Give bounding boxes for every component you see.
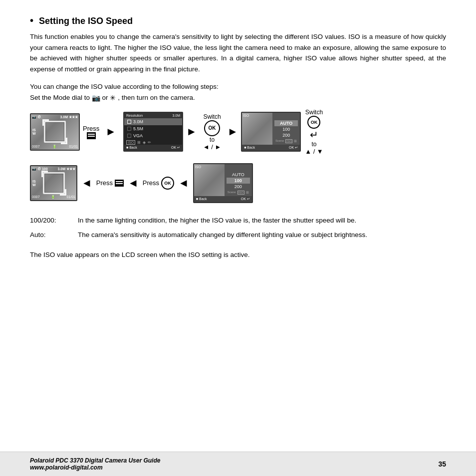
lcd2-top-right: 3.0M ★★★ <box>57 167 75 171</box>
menu-header-right: 3.0M <box>172 114 180 117</box>
ok-button-2[interactable]: OK <box>307 116 320 129</box>
camera-lcd-2: 📷 ⏱ 100 3.0M ★★★ ISW 0007 🔋 01/01 <box>30 165 77 201</box>
menu-bottom: ■ Back OK ↵ <box>124 145 182 151</box>
iso-label: ISO <box>243 114 249 117</box>
steps-line2: Set the Mode dial to <box>30 94 90 101</box>
lcd1-top-right: 3.0M ★★★ <box>60 115 78 119</box>
menu-radio-55m <box>127 127 131 131</box>
arrow-right-3: ► <box>227 125 238 138</box>
iso-icons-2: Scene ISO ⊞ <box>227 191 250 195</box>
iso-opt-200: 200 <box>274 132 298 138</box>
lcd-top-bar-1: 📷 ⏱ 3.0M ★★★ <box>32 115 78 119</box>
nav-ud-arrows: ▲ / ▼ <box>305 148 323 155</box>
lcd-bracket-2 <box>43 172 65 194</box>
lcd1-left: ISW <box>32 128 36 135</box>
def-desc-1: In the same lighting condition, the high… <box>78 215 446 226</box>
menu-item-3m: 3.0M <box>124 118 182 125</box>
lcd2-left: ISW <box>32 180 36 187</box>
iso-icon-iso: ISO <box>285 139 292 143</box>
arrow-right-2: ► <box>186 125 197 138</box>
press-menu-block: Press ► <box>83 125 120 139</box>
menu-label-vga: VGA <box>133 133 143 138</box>
menu-screen: Resolution 3.0M 3.0M 5.5M VGA ISO ⊞ <box>123 112 183 152</box>
switch-to-lr-block: Switch OK to ◄ / ► <box>203 113 222 151</box>
iso-opt-200-2: 200 <box>227 184 250 190</box>
iso-label-2: ISO <box>195 165 201 169</box>
diagram-container: 📷 ⏱ 3.0M ★★★ ISW 0007 🔋 01/01 Press ► <box>30 109 446 203</box>
iso-screen-top: ISO Auto AUTO 100 200 Scene ISO ⊞ ■ Back… <box>241 112 301 152</box>
menu-label-55m: 5.5M <box>133 126 143 131</box>
to-label-1: to <box>210 136 215 143</box>
menu-icon-1 <box>87 132 96 139</box>
iso-opt-auto-2: AUTO <box>227 172 250 178</box>
lcd1-bat: 🔋 <box>52 145 57 149</box>
steps-line2b: or <box>102 94 108 101</box>
camera-icon: 📷 <box>92 92 100 103</box>
menu-icon-grid: ⊞ <box>137 140 141 145</box>
iso-opt-100-2: 100 <box>227 178 250 184</box>
bullet: • <box>30 15 33 26</box>
iso-bottom-bar-2: ■ Back OK ↵ <box>194 196 252 202</box>
footer: Polaroid PDC 3370 Digital Camera User Gu… <box>0 452 476 476</box>
iso-ok: OK ↵ <box>289 146 298 150</box>
iso-back: ■ Back <box>244 146 255 150</box>
iso-icons: Scene ISO ⊞ <box>274 139 298 143</box>
footer-line2: www.polaroid-digital.com <box>30 464 160 471</box>
menu-label-3m: 3.0M <box>133 119 143 124</box>
final-note: The ISO value appears on the LCD screen … <box>30 249 446 260</box>
switch-label-1: Switch <box>203 113 221 120</box>
press-ok-block: Press OK <box>143 177 174 190</box>
def-row-2: Auto: The camera's sensitivity is automa… <box>30 230 446 240</box>
iso-icon-iso-2: ISO <box>238 191 244 195</box>
steps-line2c: , then turn on the camera. <box>118 94 195 101</box>
def-desc-2: The camera's sensitivity is automaticall… <box>78 230 446 240</box>
menu-icon-color: ◈ <box>143 140 146 145</box>
lcd2-bat: 🔋 <box>51 195 55 199</box>
footer-line1: Polaroid PDC 3370 Digital Camera User Gu… <box>30 457 160 464</box>
press-label-1: Press <box>83 125 99 132</box>
iso-screen-bottom: ISO 100 AUTO 100 200 Scene ISO ⊞ ■ Back … <box>193 163 253 203</box>
menu-back: ■ Back <box>126 146 137 150</box>
lcd1-bot-left: 0007 <box>32 145 40 148</box>
ok-button-1[interactable]: OK <box>204 120 220 136</box>
page-content: • Setting the ISO Speed This function en… <box>0 0 476 476</box>
footer-left: Polaroid PDC 3370 Digital Camera User Gu… <box>30 457 160 471</box>
steps-text: You can change the ISO value according t… <box>30 81 446 103</box>
section-title: • Setting the ISO Speed <box>30 15 446 26</box>
iso-opt-auto: AUTO <box>274 120 298 126</box>
lcd2-bot-left: 0007 <box>32 195 40 199</box>
menu-icon-2 <box>115 180 124 187</box>
to-label-2: to <box>311 141 316 148</box>
arrow-left-2: ◄ <box>128 177 139 190</box>
iso-icon-scene: Scene <box>275 139 284 143</box>
iso-icon-scene-2: Scene <box>228 191 236 195</box>
lcd-bottom-bar-2: 0007 🔋 01/01 <box>32 195 75 199</box>
switch-label-2: Switch <box>305 109 323 116</box>
arrow-right-1: ► <box>105 125 116 138</box>
iso-opt-100: 100 <box>274 126 298 132</box>
iso-icon-grid-2: ⊞ <box>246 191 249 195</box>
iso-icon-grid: ⊞ <box>294 139 297 143</box>
title-text: Setting the ISO Speed <box>39 16 133 26</box>
menu-header: Resolution 3.0M <box>124 113 182 118</box>
def-term-2: Auto: <box>30 230 70 240</box>
menu-icon-iso: ISO <box>126 140 135 145</box>
iso-back-2: ■ Back <box>196 197 207 201</box>
diagram-top-row: 📷 ⏱ 3.0M ★★★ ISW 0007 🔋 01/01 Press ► <box>30 109 446 155</box>
iso-bottom-bar-top: ■ Back OK ↵ <box>242 145 300 151</box>
diagram-bottom-row: 📷 ⏱ 100 3.0M ★★★ ISW 0007 🔋 01/01 ◄ Pres… <box>30 163 446 203</box>
movie-icon: ✳ <box>110 92 116 103</box>
press-text-block: Press <box>83 125 99 139</box>
press-label-2: Press <box>143 179 159 187</box>
ok-button-3[interactable]: OK <box>161 177 174 190</box>
menu-radio-3m <box>127 120 131 124</box>
body-paragraph: This function enables you to change the … <box>30 31 446 74</box>
arrow-left-3: ◄ <box>178 177 189 190</box>
lcd-bracket-1 <box>44 121 66 143</box>
steps-line1: You can change the ISO value according t… <box>30 83 219 90</box>
definitions-section: 100/200: In the same lighting condition,… <box>30 215 446 244</box>
menu-header-left: Resolution <box>126 114 143 117</box>
menu-item-55m: 5.5M <box>124 125 182 132</box>
lcd1-top-left: 📷 ⏱ <box>32 115 41 119</box>
menu-item-vga: VGA <box>124 132 182 139</box>
